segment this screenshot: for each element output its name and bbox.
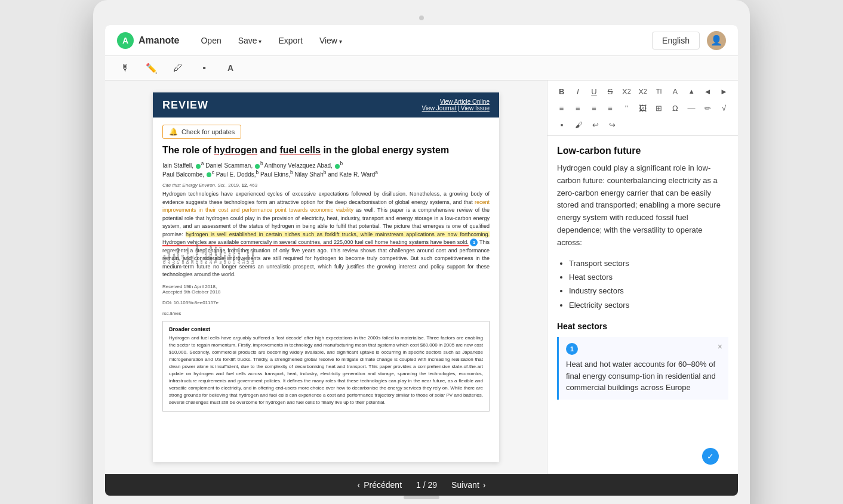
- sqrt-icon[interactable]: √: [717, 101, 731, 115]
- font-size-icon[interactable]: TI: [652, 84, 666, 98]
- list-item: Transport sectors: [569, 256, 728, 270]
- check-updates-button[interactable]: 🔔 Check for updates: [162, 125, 241, 139]
- underline-icon[interactable]: U: [587, 84, 601, 98]
- paper-abstract: Hydrogen technologies have experienced c…: [162, 190, 490, 279]
- paper-body: Open Access Article. Published on 10 Dec…: [153, 118, 499, 419]
- menu-open[interactable]: Open: [193, 32, 228, 49]
- annotation-close-button[interactable]: ×: [718, 342, 722, 351]
- superscript-icon[interactable]: X2: [636, 84, 650, 98]
- next-label: Suivant: [451, 480, 479, 490]
- view-article-link[interactable]: View Article Online: [422, 98, 490, 105]
- broader-context-title: Broader context: [169, 326, 483, 332]
- dash-icon[interactable]: —: [685, 101, 699, 115]
- check-updates-label: Check for updates: [181, 128, 235, 135]
- toolbar: 🎙 ✏️ 🖊 ▪ A: [105, 56, 738, 81]
- bottom-nav: ‹ Précédent 1 / 29 Suivant ›: [105, 474, 738, 496]
- menu-save[interactable]: Save: [231, 32, 269, 49]
- check-icon: 🔔: [169, 128, 178, 136]
- outdent-icon[interactable]: ≡: [604, 101, 617, 115]
- paper-authors: Iain Staffell, a Daniel Scamman, b Antho…: [162, 160, 490, 178]
- bullet-list-icon[interactable]: ≡: [571, 101, 584, 115]
- list-item: Industry sectors: [569, 284, 728, 298]
- logo-area[interactable]: A Amanote: [117, 32, 179, 49]
- text-icon[interactable]: A: [222, 60, 239, 76]
- mic-icon[interactable]: 🎙: [117, 60, 134, 76]
- subscript-icon[interactable]: X2: [620, 84, 633, 98]
- page-display: 1 / 29: [416, 480, 437, 490]
- indent-right-icon[interactable]: ►: [717, 84, 731, 98]
- annotation-box: 1 × Heat and hot water accounts for 60–8…: [557, 337, 728, 400]
- view-journal-link[interactable]: View Journal | View Issue: [422, 105, 490, 112]
- paint-icon[interactable]: 🖌: [571, 118, 586, 132]
- broader-context-text: Hydrogen and fuel cells have arguably su…: [169, 335, 483, 406]
- broader-context-box: Broader context Hydrogen and fuel cells …: [162, 321, 490, 412]
- content-area: REVIEW View Article Online View Journal …: [105, 81, 738, 474]
- rt-row-1: B I U S X2 X2 TI A ▲ ◄ ►: [555, 84, 731, 98]
- bold-icon[interactable]: B: [555, 84, 568, 98]
- prev-label: Précédent: [364, 480, 402, 490]
- annotation-number: 1: [566, 343, 578, 355]
- language-button[interactable]: English: [652, 32, 700, 50]
- check-done-button[interactable]: ✓: [702, 448, 719, 465]
- blockquote-icon[interactable]: ": [620, 101, 633, 115]
- image-icon[interactable]: 🖼: [636, 101, 650, 115]
- menu-bar: A Amanote Open Save Export View English …: [105, 25, 738, 56]
- highlighter-icon[interactable]: 🖊: [170, 60, 186, 76]
- note-section-title: Low-carbon future: [557, 146, 728, 156]
- indent-left-icon[interactable]: ◄: [701, 84, 715, 98]
- block-icon[interactable]: ▪: [555, 118, 569, 132]
- number-list-icon[interactable]: ≡: [587, 101, 601, 115]
- strikethrough-icon[interactable]: S: [604, 84, 617, 98]
- side-text: Open Access Article. Published on 10 Dec…: [162, 244, 174, 264]
- rt-row-2: ≡ ≡ ≡ ≡ " 🖼 ⊞ Ω — ✏ √: [555, 101, 731, 115]
- menu-view[interactable]: View: [312, 32, 349, 49]
- menu-export[interactable]: Export: [271, 32, 309, 49]
- paper-title: The role of hydrogen and fuel cells in t…: [162, 144, 490, 157]
- annotation-text: Heat and hot water accounts for 60–80% o…: [566, 358, 721, 394]
- pen-icon[interactable]: ✏: [701, 101, 715, 115]
- sticky-note-icon[interactable]: ▪: [196, 60, 213, 76]
- paper-header: REVIEW View Article Online View Journal …: [153, 92, 499, 118]
- table-icon[interactable]: ⊞: [652, 101, 666, 115]
- redo-icon[interactable]: ↪: [605, 118, 619, 132]
- text-color-icon[interactable]: A: [668, 84, 682, 98]
- paper-cite: Cite this: Energy Environ. Sci., 2019, 1…: [162, 183, 490, 188]
- right-toolbar: B I U S X2 X2 TI A ▲ ◄ ► ≡ ≡: [547, 81, 738, 136]
- note-text: Hydrogen could play a significant role i…: [557, 162, 728, 249]
- next-arrow-icon: ›: [483, 480, 486, 490]
- next-button[interactable]: Suivant ›: [451, 480, 485, 490]
- logo-icon: A: [117, 32, 134, 49]
- special-char-icon[interactable]: Ω: [668, 101, 682, 115]
- note-list: Transport sectors Heat sectors Industry …: [557, 256, 728, 313]
- italic-icon[interactable]: I: [571, 84, 584, 98]
- note-section-subtitle: Heat sectors: [557, 321, 728, 331]
- app-name: Amanote: [139, 35, 179, 46]
- align-icon[interactable]: ≡: [555, 101, 568, 115]
- highlight-color-icon[interactable]: ▲: [685, 84, 699, 98]
- paper-panel: REVIEW View Article Online View Journal …: [105, 81, 547, 474]
- top-bar-right: English 👤: [652, 31, 726, 50]
- list-item: Heat sectors: [569, 270, 728, 284]
- menu-items: Open Save Export View: [193, 32, 652, 49]
- check-area: ✓: [547, 438, 738, 474]
- list-item: Electricity sectors: [569, 298, 728, 312]
- paper-header-links: View Article Online View Journal | View …: [422, 98, 490, 112]
- prev-button[interactable]: ‹ Précédent: [358, 480, 402, 490]
- right-content: Low-carbon future Hydrogen could play a …: [547, 136, 738, 438]
- right-panel: B I U S X2 X2 TI A ▲ ◄ ► ≡ ≡: [547, 81, 738, 474]
- pencil-icon[interactable]: ✏️: [143, 60, 160, 76]
- paper-dates: Received 19th April 2018, Accepted 9th O…: [162, 284, 490, 316]
- review-label: REVIEW: [162, 99, 208, 112]
- paper-document: REVIEW View Article Online View Journal …: [153, 92, 499, 462]
- undo-icon[interactable]: ↩: [588, 118, 602, 132]
- avatar[interactable]: 👤: [707, 31, 726, 50]
- prev-arrow-icon: ‹: [358, 480, 361, 490]
- rt-row-3: ▪ 🖌 ↩ ↪: [555, 118, 731, 132]
